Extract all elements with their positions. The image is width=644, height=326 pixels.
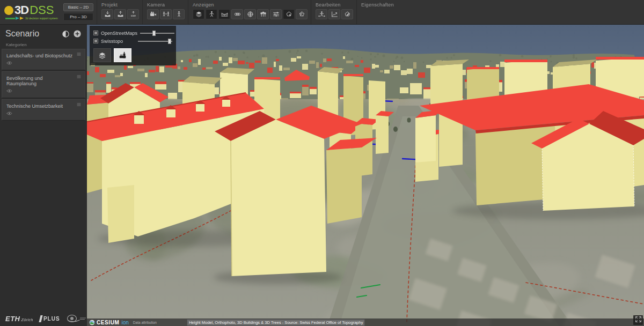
category-list: Landschafts- und BiotopschutzBevölkerung… (0, 49, 87, 121)
kamera-pedestrian-button[interactable] (173, 9, 185, 19)
kamera-person-distance-button[interactable] (160, 9, 172, 19)
category-card-technische-umsetzbarkeit[interactable]: Technische Umsetzbarkeit (2, 99, 85, 121)
buildings-icon (119, 51, 127, 60)
layer-opacity-slider[interactable] (138, 39, 172, 44)
cesium-ion-logo[interactable]: CESIUMion (89, 320, 129, 325)
visibility-eye-icon[interactable] (6, 110, 12, 116)
section-label: Projekt (101, 2, 139, 8)
toolbar-section-projekt: Projektcsv (97, 0, 142, 24)
logo-arrow-icon (16, 17, 19, 20)
logo-dot-icon (4, 6, 13, 15)
bearbeiten-edit-chart-button[interactable] (328, 9, 340, 19)
mode-button-basic-2d[interactable]: Basic – 2D (63, 3, 93, 11)
category-label: Bevölkerung und Raumplanung (6, 76, 80, 86)
section-label: Eigenschaften (361, 2, 394, 8)
toolbar-section-kamera: Kamera (142, 0, 188, 24)
app-logo: 3D DSS 3d decision support system (0, 0, 60, 24)
person-icon (208, 11, 215, 18)
section-label: Bearbeiten (316, 2, 353, 8)
projekt-export-button[interactable] (114, 9, 126, 19)
bearbeiten-edit-polygon-button[interactable] (341, 9, 353, 19)
sliders-icon (273, 11, 280, 18)
attribution-bar: CESIUMion Data attribution Height Model,… (87, 318, 644, 326)
projekt-import-button[interactable] (101, 9, 113, 19)
layer-panel: OpenStreetMapsSwisstopo (90, 26, 176, 65)
anzeigen-globe-button[interactable] (244, 9, 256, 19)
sidebar-title: Scenario (5, 29, 58, 39)
slider-thumb[interactable] (168, 39, 171, 44)
toolbar-section-anzeigen: Anzeigen (188, 0, 311, 24)
category-label: Technische Umsetzbarkeit (6, 103, 80, 109)
toolbar-section-bearbeiten: Bearbeiten (311, 0, 356, 24)
anzeigen-layers-button[interactable] (193, 9, 204, 19)
anzeigen-bridge-button[interactable] (218, 9, 230, 19)
mode-switch: Basic – 2DPro – 3D (60, 0, 97, 24)
fullscreen-button[interactable] (633, 315, 643, 325)
anzeigen-rings-button[interactable] (231, 9, 243, 19)
svg-text:csv: csv (131, 14, 136, 17)
attribution-text: Height Model, Orthophoto, 3D Buildings &… (187, 319, 365, 326)
edit-person-icon (318, 11, 325, 18)
layer-row-swisstopo: Swisstopo (93, 37, 172, 45)
edit-chart-icon (331, 11, 338, 18)
layer-row-openstreetmaps: OpenStreetMaps (93, 29, 172, 37)
logo-arrow-icon (20, 17, 24, 20)
edit-polygon-icon (344, 11, 351, 18)
category-card-landschafts-und-biotopschutz[interactable]: Landschafts- und Biotopschutz (2, 49, 85, 70)
drag-handle-icon[interactable] (76, 51, 82, 57)
expand-icon (635, 315, 642, 325)
visibility-eye-icon[interactable] (6, 60, 12, 66)
layer-panel-layers-button[interactable] (93, 48, 111, 62)
toolbar-sections: ProjektcsvKameraAnzeigenBearbeitenEigens… (97, 0, 397, 24)
mode-button-pro-3d[interactable]: Pro – 3D (63, 13, 93, 21)
person-distance-icon (163, 11, 170, 18)
layer-opacity-slider[interactable] (140, 31, 174, 36)
layer-label: Swisstopo (101, 39, 135, 44)
bearbeiten-edit-person-button[interactable] (316, 9, 327, 19)
section-label: Anzeigen (193, 2, 308, 8)
projekt-csv-export-button[interactable]: csv (127, 9, 139, 19)
layer-panel-buildings-button[interactable] (114, 48, 131, 62)
polygon-select-icon (286, 11, 292, 18)
rings-icon (234, 11, 241, 18)
toolbar-section-eigenschaften: Eigenschaften (356, 0, 397, 24)
footer-logos: ETH Zürich PLUS (5, 314, 87, 323)
anzeigen-person-button[interactable] (206, 9, 217, 19)
layers-icon (195, 11, 202, 18)
trees-icon (260, 11, 267, 18)
csv-export-icon: csv (130, 11, 137, 18)
plus-logo: PLUS (40, 315, 60, 322)
category-label: Landschafts- und Biotopschutz (6, 53, 80, 58)
app-root: { "logo": {"part_3d": "3D", "part_dss": … (0, 0, 644, 326)
anzeigen-polygon-select-button[interactable] (283, 9, 295, 19)
drag-handle-icon[interactable] (76, 101, 82, 108)
slider-thumb[interactable] (152, 31, 156, 36)
layer-checkbox[interactable] (93, 39, 98, 43)
layer-checkbox[interactable] (93, 31, 98, 35)
anzeigen-mesh-button[interactable] (296, 9, 308, 19)
cesium-globe-icon (89, 320, 95, 325)
anzeigen-trees-button[interactable] (257, 9, 269, 19)
contrast-icon[interactable] (62, 30, 70, 38)
logo-subtitle: 3d decision support system (25, 17, 58, 20)
anzeigen-sliders-button[interactable] (270, 9, 282, 19)
3d-viewport[interactable]: OpenStreetMapsSwisstopo CESIUMion Data a… (87, 24, 644, 326)
visibility-eye-icon[interactable] (6, 88, 12, 94)
3d-scene-render (87, 24, 644, 326)
categories-label: Kategorien (0, 40, 87, 49)
drag-handle-icon[interactable] (76, 73, 82, 80)
logo-text-3d: 3D (14, 4, 28, 16)
kamera-camera-button[interactable] (147, 9, 159, 19)
data-attribution-link[interactable]: Data attribution (133, 321, 157, 324)
partner-logo-icon (67, 314, 87, 323)
layers-icon (98, 51, 106, 60)
category-card-bevölkerung-und-raumplanung[interactable]: Bevölkerung und Raumplanung (2, 71, 85, 98)
layer-label: OpenStreetMaps (101, 31, 137, 36)
add-category-icon[interactable] (73, 29, 82, 38)
export-icon (117, 11, 124, 18)
camera-icon (150, 11, 157, 18)
pedestrian-icon (175, 11, 182, 18)
mesh-icon (298, 11, 305, 18)
import-icon (104, 11, 111, 18)
top-toolbar: 3D DSS 3d decision support system Basic … (0, 0, 644, 25)
